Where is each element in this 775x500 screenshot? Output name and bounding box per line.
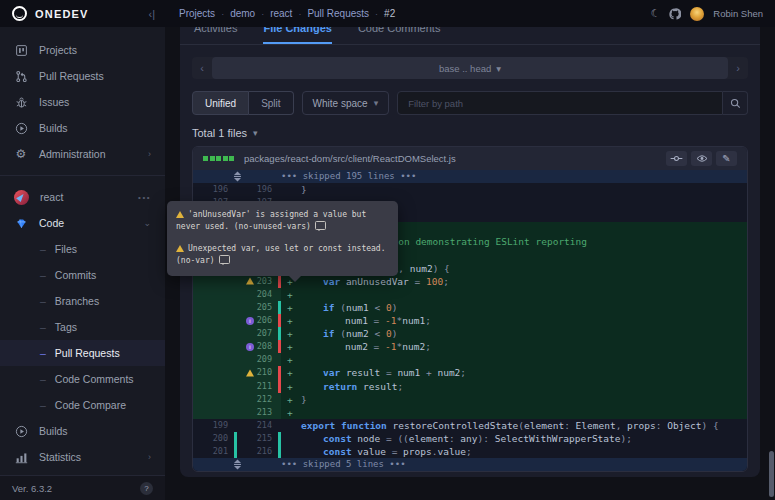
expand-lines-button[interactable]: [193, 458, 281, 471]
sidebar-item-administration[interactable]: ⚙Administration›: [0, 141, 165, 167]
user-avatar[interactable]: [690, 7, 704, 21]
diff-marker: +: [287, 393, 301, 406]
chevron-down-icon: ▾: [253, 128, 258, 138]
sidebar-subitem-commits[interactable]: –Commits: [0, 262, 165, 288]
code-line: +}: [281, 393, 747, 406]
code-token: export function: [301, 420, 393, 431]
new-line-number[interactable]: 208: [257, 341, 272, 351]
new-line-number[interactable]: 215: [257, 433, 272, 443]
sidebar-subitem-files[interactable]: –Files: [0, 236, 165, 262]
scrollbar-thumb[interactable]: [769, 451, 774, 497]
diff-row: 204+: [193, 288, 747, 301]
sidebar-subitem-branches[interactable]: –Branches: [0, 288, 165, 314]
unified-view-button[interactable]: Unified: [192, 91, 249, 115]
code-token: if: [323, 302, 340, 313]
sidebar-subitem-code-comments[interactable]: –Code Comments: [0, 366, 165, 392]
new-line-number[interactable]: 210: [257, 367, 272, 377]
warning-icon[interactable]: [246, 278, 254, 285]
file-path[interactable]: packages/react-dom/src/client/ReactDOMSe…: [244, 153, 456, 164]
sidebar-subitem-pull-requests[interactable]: –Pull Requests: [0, 340, 165, 366]
code-token: ;: [466, 446, 472, 457]
range-next-button[interactable]: ›: [728, 62, 748, 74]
old-line-gutter: 200: [193, 432, 237, 445]
old-line-number[interactable]: 199: [213, 420, 228, 430]
theme-toggle-button[interactable]: ☾: [650, 8, 660, 19]
new-line-number[interactable]: 209: [257, 354, 272, 364]
top-bar: ONEDEV ‹| Projects·demo·react·Pull Reque…: [0, 0, 775, 27]
new-line-gutter: i208: [237, 340, 281, 353]
old-line-gutter: [193, 380, 237, 393]
code-text: export function restoreControlledState(e…: [301, 419, 719, 432]
sidebar-subitem-label: Tags: [55, 321, 77, 333]
old-line-number[interactable]: 201: [213, 446, 228, 456]
breadcrumb-link-react[interactable]: react: [270, 8, 292, 19]
add-comment-icon[interactable]: [315, 221, 326, 230]
help-button[interactable]: ?: [140, 482, 153, 495]
sidebar-item-statistics[interactable]: Statistics›: [0, 444, 165, 470]
code-token: );: [621, 433, 632, 444]
expand-lines-button[interactable]: [193, 170, 281, 183]
new-line-number[interactable]: 205: [257, 302, 272, 312]
sidebar-subitem-tags[interactable]: –Tags: [0, 314, 165, 340]
whitespace-dropdown[interactable]: White space ▾: [302, 91, 390, 115]
new-line-gutter: 212: [237, 393, 281, 406]
code-token: result: [346, 367, 386, 378]
new-line-number[interactable]: 216: [257, 446, 272, 456]
user-name[interactable]: Robin Shen: [713, 8, 763, 19]
sidebar-subitem-code-compare[interactable]: –Code Compare: [0, 392, 165, 418]
new-line-number[interactable]: 204: [257, 289, 272, 299]
diffstat-added-block: [216, 156, 221, 161]
sidebar-collapse-icon[interactable]: ‹|: [148, 8, 155, 20]
breadcrumb-link-projects[interactable]: Projects: [179, 8, 215, 19]
watch-file-button[interactable]: [691, 151, 712, 166]
add-comment-icon[interactable]: [219, 255, 230, 264]
sidebar-item-issues[interactable]: Issues: [0, 89, 165, 115]
github-link-button[interactable]: [669, 8, 681, 20]
diffstat-added-block: [203, 156, 208, 161]
sidebar-item-project-react[interactable]: react •••: [0, 184, 165, 210]
old-line-number[interactable]: 196: [213, 184, 228, 194]
commit-range-selector[interactable]: base .. head ▾: [212, 57, 728, 79]
code-token: ,: [616, 420, 627, 431]
sidebar-item-label: Issues: [39, 96, 69, 108]
onedev-logo-icon[interactable]: [12, 6, 27, 21]
warning-icon: [176, 211, 184, 218]
sidebar-item-projects[interactable]: Projects: [0, 37, 165, 63]
split-view-button[interactable]: Split: [249, 91, 293, 115]
breadcrumb-link-demo[interactable]: demo: [230, 8, 255, 19]
info-icon[interactable]: i: [246, 343, 254, 351]
old-line-gutter: [193, 393, 237, 406]
new-line-number[interactable]: 212: [257, 394, 272, 404]
new-line-gutter: i206: [237, 314, 281, 327]
range-prev-button[interactable]: ‹: [192, 62, 212, 74]
new-line-number[interactable]: 214: [257, 420, 272, 430]
total-files-toggle[interactable]: Total 1 files ▾: [192, 127, 748, 139]
new-line-number[interactable]: 207: [257, 328, 272, 338]
expand-icon: [233, 459, 242, 470]
breadcrumb-link-pull-requests[interactable]: Pull Requests: [307, 8, 369, 19]
code-token: <: [375, 302, 386, 313]
warning-icon[interactable]: [246, 369, 254, 376]
diff-row: i208+num2 = -1*num2;: [193, 340, 747, 353]
old-line-number[interactable]: 200: [213, 433, 228, 443]
sidebar-item-builds[interactable]: Builds: [0, 115, 165, 141]
filter-by-path-input[interactable]: [397, 91, 723, 115]
sidebar-divider: [0, 175, 165, 176]
projects-icon: [14, 44, 28, 57]
new-line-number[interactable]: 206: [257, 315, 272, 325]
edit-file-button[interactable]: ✎: [716, 151, 737, 166]
sidebar-item-pull-requests[interactable]: Pull Requests: [0, 63, 165, 89]
code-token: ): [392, 302, 398, 313]
new-line-number[interactable]: 203: [257, 276, 272, 286]
new-line-number[interactable]: 196: [257, 184, 272, 194]
new-line-number[interactable]: 211: [257, 381, 272, 391]
project-menu-button[interactable]: •••: [138, 193, 151, 202]
sidebar-item-code[interactable]: Code ⌄: [0, 210, 165, 236]
diff-marker: +: [287, 301, 301, 314]
view-source-button[interactable]: [666, 151, 687, 166]
info-icon[interactable]: i: [246, 317, 254, 325]
sidebar-item-builds[interactable]: Builds: [0, 418, 165, 444]
new-line-number[interactable]: 213: [257, 407, 272, 417]
search-button[interactable]: [723, 91, 748, 115]
code-token: if: [323, 328, 340, 339]
